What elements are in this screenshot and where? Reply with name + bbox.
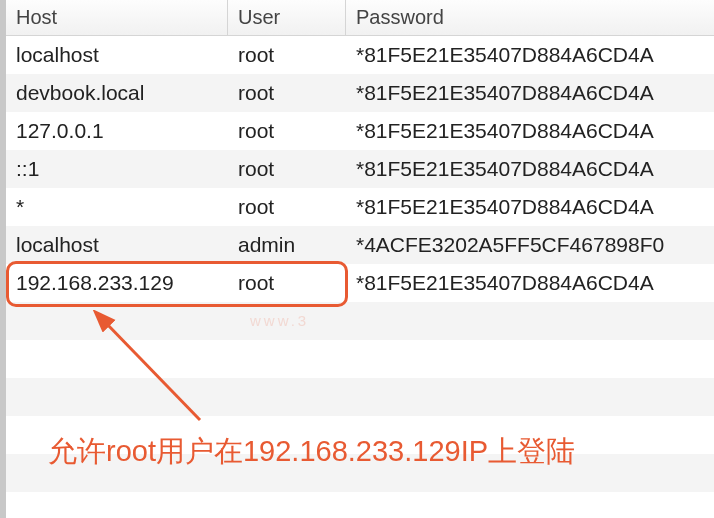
cell-password[interactable]: *81F5E21E35407D884A6CD4A	[346, 271, 714, 295]
table-row[interactable]: localhost root *81F5E21E35407D884A6CD4A	[6, 36, 714, 74]
column-header-user[interactable]: User	[228, 0, 346, 35]
table-row[interactable]: * root *81F5E21E35407D884A6CD4A	[6, 188, 714, 226]
table-row[interactable]	[6, 340, 714, 378]
cell-host[interactable]: localhost	[6, 43, 228, 67]
cell-password[interactable]: *81F5E21E35407D884A6CD4A	[346, 195, 714, 219]
annotation-text: 允许root用户在192.168.233.129IP上登陆	[48, 432, 575, 472]
table-row[interactable]	[6, 492, 714, 518]
cell-password[interactable]: *81F5E21E35407D884A6CD4A	[346, 81, 714, 105]
cell-password[interactable]: *81F5E21E35407D884A6CD4A	[346, 43, 714, 67]
cell-user[interactable]: root	[228, 119, 346, 143]
column-header-password[interactable]: Password	[346, 0, 714, 35]
column-header-host[interactable]: Host	[6, 0, 228, 35]
cell-user[interactable]: root	[228, 157, 346, 181]
table-row[interactable]: devbook.local root *81F5E21E35407D884A6C…	[6, 74, 714, 112]
cell-password[interactable]: *81F5E21E35407D884A6CD4A	[346, 157, 714, 181]
cell-user[interactable]: root	[228, 81, 346, 105]
cell-password[interactable]: *81F5E21E35407D884A6CD4A	[346, 119, 714, 143]
table-header: Host User Password	[6, 0, 714, 36]
cell-password[interactable]: *4ACFE3202A5FF5CF467898F0	[346, 233, 714, 257]
cell-host[interactable]: 127.0.0.1	[6, 119, 228, 143]
cell-host[interactable]: 192.168.233.129	[6, 271, 228, 295]
table-row[interactable]: 192.168.233.129 root *81F5E21E35407D884A…	[6, 264, 714, 302]
table-row[interactable]	[6, 302, 714, 340]
table-row[interactable]: ::1 root *81F5E21E35407D884A6CD4A	[6, 150, 714, 188]
cell-host[interactable]: ::1	[6, 157, 228, 181]
cell-host[interactable]: *	[6, 195, 228, 219]
table-row[interactable]: 127.0.0.1 root *81F5E21E35407D884A6CD4A	[6, 112, 714, 150]
cell-host[interactable]: localhost	[6, 233, 228, 257]
table-row[interactable]: localhost admin *4ACFE3202A5FF5CF467898F…	[6, 226, 714, 264]
cell-user[interactable]: root	[228, 43, 346, 67]
cell-user[interactable]: root	[228, 271, 346, 295]
cell-user[interactable]: admin	[228, 233, 346, 257]
table-row[interactable]	[6, 378, 714, 416]
cell-user[interactable]: root	[228, 195, 346, 219]
cell-host[interactable]: devbook.local	[6, 81, 228, 105]
